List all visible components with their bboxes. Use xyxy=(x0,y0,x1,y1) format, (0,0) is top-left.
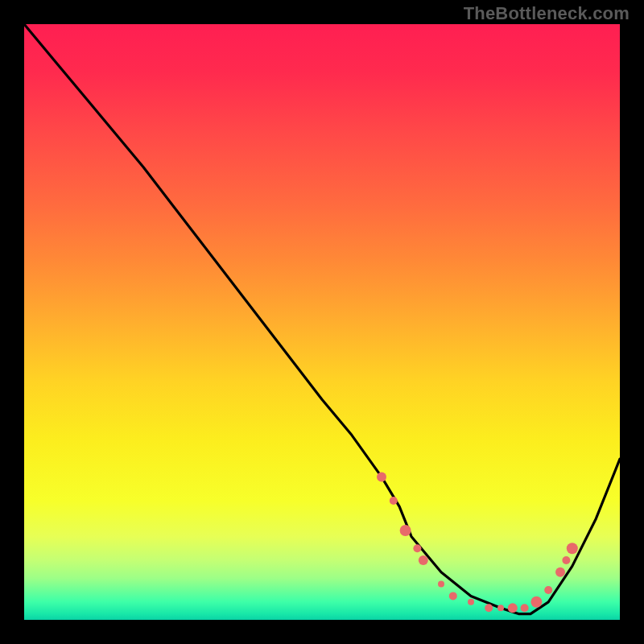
data-point-marker xyxy=(449,592,457,600)
data-point-marker xyxy=(562,556,570,564)
data-point-marker xyxy=(468,599,474,605)
chart-svg xyxy=(24,24,620,620)
curve-markers xyxy=(377,472,578,613)
data-point-marker xyxy=(419,555,428,565)
data-point-marker xyxy=(377,472,386,481)
data-point-marker xyxy=(544,586,552,594)
data-point-marker xyxy=(485,604,493,612)
data-point-marker xyxy=(555,568,565,577)
data-point-marker xyxy=(530,597,542,608)
data-point-marker xyxy=(413,544,421,552)
data-point-marker xyxy=(438,581,444,588)
chart-plot-area xyxy=(24,24,620,620)
chart-frame: TheBottleneck.com xyxy=(0,0,644,644)
data-point-marker xyxy=(400,525,411,536)
data-point-marker xyxy=(508,603,518,613)
data-point-marker xyxy=(567,543,578,554)
watermark-text: TheBottleneck.com xyxy=(464,3,630,24)
data-point-marker xyxy=(521,604,529,612)
data-point-marker xyxy=(497,605,504,611)
data-point-marker xyxy=(390,497,398,505)
bottleneck-curve-line xyxy=(24,24,620,614)
